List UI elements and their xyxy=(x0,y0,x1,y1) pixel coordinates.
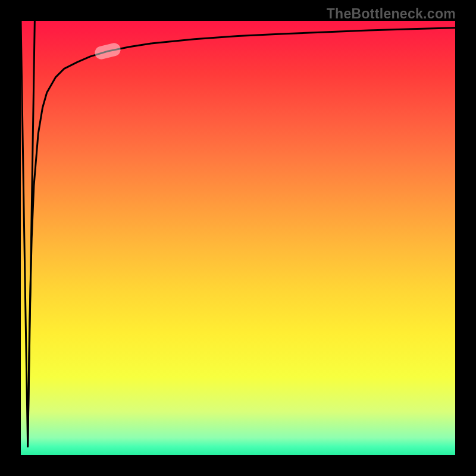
rising-curve-path xyxy=(28,28,455,447)
curve-layer xyxy=(21,21,455,455)
chart-canvas: TheBottleneck.com xyxy=(0,0,476,476)
attribution-label: TheBottleneck.com xyxy=(327,6,456,22)
